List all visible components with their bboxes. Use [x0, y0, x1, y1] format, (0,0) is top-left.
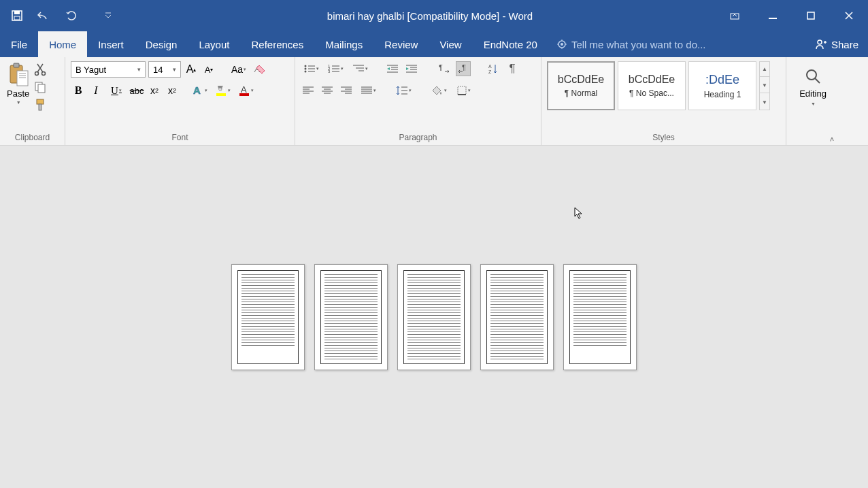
text-effects-button[interactable]: A▾ [189, 83, 210, 98]
svg-rect-32 [239, 93, 249, 96]
tab-design[interactable]: Design [135, 31, 188, 57]
styles-scroll-up-icon[interactable]: ▲ [760, 62, 769, 77]
decrease-indent-button[interactable] [385, 61, 400, 76]
svg-rect-30 [216, 93, 226, 96]
grow-font-icon[interactable]: A▴ [184, 62, 199, 77]
style-normal[interactable]: bCcDdEe ¶ Normal [547, 61, 615, 110]
share-button[interactable]: Share [805, 31, 868, 57]
bullets-button[interactable]: ▾ [301, 61, 321, 76]
svg-text:3: 3 [328, 69, 331, 74]
italic-button[interactable]: I [88, 83, 103, 98]
page-thumbnail-2[interactable] [314, 264, 388, 370]
ribbon-tabs: File Home Insert Design Layout Reference… [0, 31, 868, 57]
line-spacing-button[interactable]: ▾ [393, 83, 414, 98]
borders-button[interactable]: ▾ [453, 83, 473, 98]
svg-rect-79 [458, 86, 466, 95]
tab-file[interactable]: File [0, 31, 38, 57]
styles-scrollbar: ▲ ▼ ▼ [759, 61, 770, 110]
highlight-button[interactable]: ab▾ [212, 83, 233, 98]
tab-mailings[interactable]: Mailings [314, 31, 373, 57]
tell-me-placeholder: Tell me what you want to do... [571, 39, 706, 50]
tab-references[interactable]: References [240, 31, 314, 57]
collapse-ribbon-icon[interactable]: ʌ [830, 135, 834, 142]
paragraph-group-label: Paragraph [301, 133, 535, 144]
svg-text:A: A [241, 84, 247, 95]
close-icon[interactable] [844, 10, 854, 21]
ribbon-display-icon[interactable] [729, 10, 740, 21]
tell-me-search[interactable]: Tell me what you want to do... [548, 31, 805, 57]
font-group-label: Font [71, 133, 289, 144]
style-heading-1[interactable]: :DdEe Heading 1 [688, 61, 756, 110]
align-right-button[interactable] [339, 83, 354, 98]
subscript-button[interactable]: x2 [147, 83, 162, 98]
svg-line-82 [815, 78, 820, 83]
save-icon[interactable] [11, 10, 23, 22]
minimize-icon[interactable] [767, 10, 778, 21]
font-name-select[interactable]: B Yagut ▾ [71, 61, 146, 78]
clear-formatting-icon[interactable]: A [252, 62, 267, 77]
tab-home[interactable]: Home [38, 31, 87, 57]
superscript-button[interactable]: x2 [165, 83, 180, 98]
ribbon: Paste ▼ Clipboard B Yagut [0, 57, 868, 146]
svg-point-7 [561, 43, 563, 46]
increase-indent-button[interactable] [404, 61, 419, 76]
font-color-button[interactable]: A▾ [235, 83, 256, 98]
tab-insert[interactable]: Insert [87, 31, 135, 57]
change-case-button[interactable]: Aa▾ [229, 62, 249, 77]
style-nospac-name: ¶ No Spac... [629, 88, 674, 98]
paste-button[interactable]: Paste ▼ [5, 61, 31, 112]
style-no-spacing[interactable]: bCcDdEe ¶ No Spac... [618, 61, 686, 110]
shading-button[interactable]: ▾ [429, 83, 449, 98]
font-size-select[interactable]: 14 ▾ [148, 61, 181, 78]
style-normal-preview: bCcDdEe [558, 74, 604, 86]
ltr-direction-button[interactable]: ¶ [437, 61, 452, 76]
chevron-down-icon: ▼ [811, 101, 816, 106]
styles-scroll-down-icon[interactable]: ▼ [760, 78, 769, 93]
style-nospac-preview: bCcDdEe [629, 74, 675, 86]
page-thumbnail-1[interactable] [231, 264, 305, 370]
page-thumbnail-5[interactable] [563, 264, 637, 370]
font-name-value: B Yagut [76, 65, 106, 75]
strikethrough-button[interactable]: abc [129, 83, 144, 98]
align-left-button[interactable] [301, 83, 316, 98]
group-styles: bCcDdEe ¶ Normal bCcDdEe ¶ No Spac... :D… [541, 57, 786, 145]
justify-button[interactable]: ▾ [358, 83, 378, 98]
group-font: B Yagut ▾ 14 ▾ A▴ A▾ Aa▾ A B I U▾ ab [65, 57, 295, 145]
rtl-direction-button[interactable]: ¶ [456, 61, 471, 76]
group-editing: Editing ▼ ʌ [786, 57, 839, 145]
tab-layout[interactable]: Layout [188, 31, 240, 57]
numbering-button[interactable]: 123▾ [325, 61, 346, 76]
shrink-font-icon[interactable]: A▾ [201, 62, 216, 77]
tab-view[interactable]: View [429, 31, 472, 57]
tab-review[interactable]: Review [373, 31, 429, 57]
svg-rect-2 [14, 16, 20, 20]
font-size-value: 14 [153, 65, 163, 75]
show-hide-button[interactable]: ¶ [505, 61, 520, 76]
redo-icon[interactable] [65, 10, 78, 22]
multilevel-list-button[interactable]: ▾ [350, 61, 370, 76]
styles-expand-icon[interactable]: ▼ [760, 95, 769, 110]
copy-icon[interactable] [33, 80, 47, 94]
svg-text:ab: ab [218, 86, 225, 93]
page-thumbnail-4[interactable] [480, 264, 554, 370]
clipboard-group-label: Clipboard [5, 133, 59, 144]
change-case-label: Aa [231, 64, 243, 75]
find-icon[interactable] [803, 67, 822, 86]
editing-label: Editing [799, 88, 827, 99]
cut-icon[interactable] [33, 63, 47, 76]
page-thumbnail-3[interactable] [397, 264, 471, 370]
format-painter-icon[interactable] [33, 98, 47, 112]
window-controls [729, 10, 854, 21]
paste-label: Paste [7, 88, 29, 99]
svg-point-12 [818, 40, 822, 44]
underline-button[interactable]: U▾ [106, 83, 127, 98]
undo-icon[interactable] [37, 10, 49, 22]
document-area[interactable] [0, 146, 868, 488]
bold-button[interactable]: B [71, 83, 86, 98]
svg-point-35 [304, 68, 306, 70]
quick-access-customize-icon[interactable] [105, 12, 112, 19]
align-center-button[interactable] [320, 83, 335, 98]
tab-endnote[interactable]: EndNote 20 [473, 31, 548, 57]
sort-button[interactable]: AZ [486, 61, 501, 76]
maximize-icon[interactable] [805, 10, 816, 21]
